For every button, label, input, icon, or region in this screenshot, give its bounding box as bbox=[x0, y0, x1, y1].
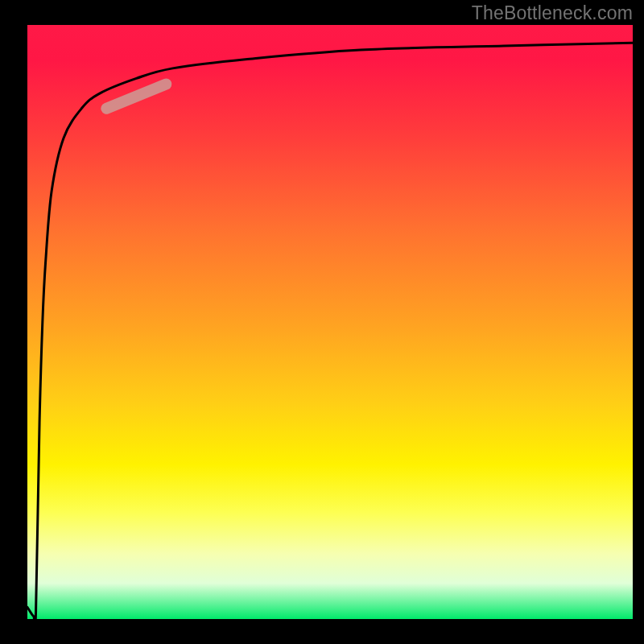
curve-line bbox=[27, 25, 633, 619]
highlight-marker bbox=[106, 84, 166, 108]
curve-path bbox=[27, 43, 633, 629]
plot-area bbox=[27, 25, 633, 619]
attribution-label: TheBottleneck.com bbox=[472, 2, 633, 24]
chart-container: TheBottleneck.com bbox=[0, 0, 644, 644]
